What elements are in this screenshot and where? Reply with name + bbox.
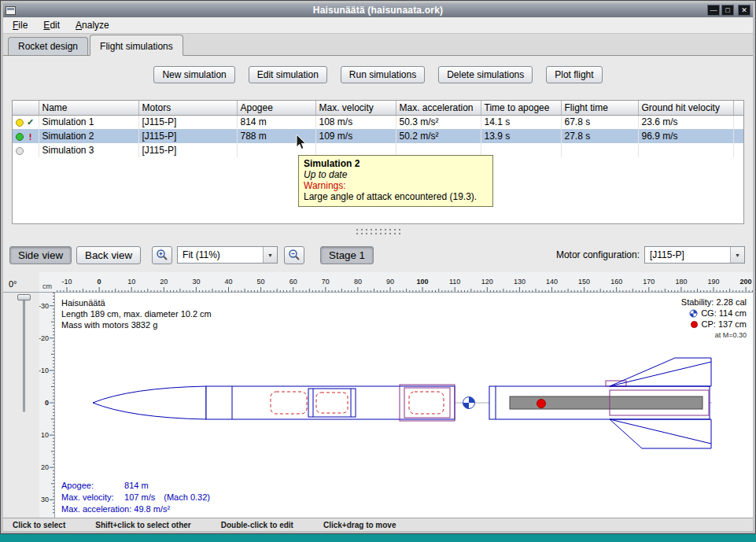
split-divider[interactable] (3, 225, 753, 238)
apogee-label: Apogee: (61, 480, 122, 492)
zoom-select[interactable]: Fit (11%) ▼ (177, 246, 278, 264)
svg-text:30: 30 (41, 496, 49, 503)
rocket-info-block: Haisunäätä Length 189 cm, max. diameter … (61, 297, 212, 330)
svg-text:180: 180 (675, 278, 687, 286)
close-button[interactable]: ✕ (738, 5, 750, 16)
simulation-status-icon (16, 119, 24, 127)
column-header-ground-hit-velocity[interactable]: Ground hit velocity (638, 101, 733, 115)
simulation-status-mark: ! (26, 132, 35, 142)
titlebar[interactable]: Haisunäätä (haisunaata.ork) — □ ✕ (3, 3, 753, 17)
svg-text:10: 10 (127, 278, 135, 286)
maximize-button[interactable]: □ (721, 5, 734, 16)
column-header-max-acceleration[interactable]: Max. acceleration (396, 101, 481, 115)
simulation-table: Name Motors Apogee Max. velocity Max. ac… (12, 100, 744, 224)
svg-text:10: 10 (41, 431, 49, 439)
tooltip-warning-text: Large angle of attack encountered (19.3)… (304, 191, 488, 202)
new-simulation-button[interactable]: New simulation (153, 66, 234, 83)
zoom-out-button[interactable] (284, 246, 304, 264)
menubar: File Edit Analyze (3, 17, 753, 34)
rotation-slider-track[interactable] (23, 297, 25, 412)
simulation-tooltip: Simulation 2 Up to date Warnings: Large … (298, 155, 493, 207)
edit-simulation-button[interactable]: Edit simulation (249, 66, 327, 83)
rocket-view-section: Side view Back view Fit (11%) ▼ Stage 1 … (3, 238, 753, 518)
hint-click-to-select: Click to select (13, 521, 65, 529)
cell-flight-time: 27.8 s (561, 129, 638, 143)
zoom-select-value: Fit (11%) (178, 249, 263, 260)
view-toolbar: Side view Back view Fit (11%) ▼ Stage 1 … (3, 238, 753, 272)
back-view-button[interactable]: Back view (76, 246, 141, 264)
column-header-flight-time[interactable]: Flight time (561, 101, 638, 115)
rocket-name: Haisunäätä (61, 297, 212, 308)
zoom-in-icon (156, 249, 168, 261)
cell-time-to-apogee: 13.9 s (481, 129, 561, 143)
svg-text:0: 0 (45, 399, 49, 407)
cell-motors: [J115-P] (138, 115, 237, 129)
menu-file[interactable]: File (13, 20, 28, 31)
plot-flight-button[interactable]: Plot flight (546, 66, 602, 83)
motor-configuration-value: [J115-P] (645, 249, 730, 260)
delete-simulations-button[interactable]: Delete simulations (438, 66, 533, 83)
max-acceleration-value: 49.8 m/s² (134, 504, 170, 514)
desktop-background-strip (0, 534, 756, 542)
menu-edit[interactable]: Edit (43, 20, 60, 31)
cell-ground-hit-velocity (638, 143, 733, 157)
motor-configuration-select[interactable]: [J115-P] ▼ (644, 246, 745, 264)
svg-text:130: 130 (514, 278, 526, 286)
chevron-down-icon: ▼ (263, 247, 277, 263)
cell-max-acceleration: 50.2 m/s² (396, 129, 481, 143)
svg-text:40: 40 (224, 278, 232, 286)
minimize-button[interactable]: — (707, 5, 720, 16)
stage-1-toggle[interactable]: Stage 1 (320, 246, 374, 264)
rotation-slider-column (3, 293, 39, 518)
svg-text:0: 0 (98, 278, 101, 286)
column-header-motors[interactable]: Motors (138, 101, 237, 115)
hint-shift-click: Shift+click to select other (95, 521, 190, 529)
cp-marker (537, 400, 546, 408)
tab-rocket-design[interactable]: Rocket design (8, 37, 88, 55)
simulation-toolbar: New simulation Edit simulation Run simul… (3, 56, 753, 83)
run-simulations-button[interactable]: Run simulations (341, 66, 425, 83)
flight-simulations-panel: New simulation Edit simulation Run simul… (3, 56, 753, 225)
cg-legend-icon (689, 309, 698, 318)
svg-text:70: 70 (322, 278, 330, 286)
maximize-icon: □ (725, 7, 729, 14)
rotation-slider-knob[interactable] (17, 294, 31, 300)
cell-max-velocity: 108 m/s (315, 115, 396, 129)
tabstrip: Rocket design Flight simulations (3, 34, 753, 56)
column-header-name[interactable]: Name (39, 101, 138, 115)
tooltip-status: Up to date (304, 169, 488, 180)
close-icon: ✕ (741, 7, 747, 14)
horizontal-ruler-band: 0° cm -100102030405060708090100110120130… (3, 272, 753, 293)
flight-data-block: Apogee: 814 m Max. velocity: 107 m/s (Ma… (61, 480, 210, 515)
simulation-status-icon (16, 147, 24, 155)
motor-configuration-label: Motor configuration: (556, 249, 640, 260)
view-body: -30-20-100102030 (3, 293, 753, 518)
simulation-status-mark: ✓ (26, 117, 35, 127)
column-header-max-velocity[interactable]: Max. velocity (315, 101, 396, 115)
window-menu-icon[interactable] (6, 6, 16, 15)
chevron-down-icon: ▼ (730, 247, 744, 263)
hint-click-drag: Click+drag to move (323, 521, 396, 529)
table-row[interactable]: ✓ Simulation 1 [J115-P] 814 m 108 m/s 50… (13, 115, 744, 129)
column-header-filler (733, 101, 744, 115)
svg-text:-10: -10 (61, 278, 72, 286)
max-acceleration-label: Max. acceleration: (61, 503, 131, 515)
tab-flight-simulations[interactable]: Flight simulations (90, 35, 183, 56)
column-header-apogee[interactable]: Apogee (237, 101, 315, 115)
cell-time-to-apogee: 14.1 s (481, 115, 561, 129)
column-header-status[interactable] (13, 101, 39, 115)
side-view-button[interactable]: Side view (9, 246, 72, 264)
svg-text:50: 50 (257, 278, 265, 286)
app-window: Haisunäätä (haisunaata.ork) — □ ✕ File E… (0, 0, 756, 534)
menu-analyze[interactable]: Analyze (76, 20, 109, 31)
table-row-selected[interactable]: ! Simulation 2 [J115-P] 788 m 109 m/s 50… (13, 129, 744, 143)
svg-text:-30: -30 (39, 302, 49, 310)
horizontal-ruler: -100102030405060708090100110120130140150… (55, 272, 753, 292)
cell-ground-hit-velocity: 96.9 m/s (638, 129, 733, 143)
svg-text:20: 20 (41, 463, 49, 471)
rocket-dimensions: Length 189 cm, max. diameter 10.2 cm (61, 308, 212, 319)
zoom-in-button[interactable] (152, 246, 172, 264)
rocket-canvas[interactable]: Haisunäätä Length 189 cm, max. diameter … (55, 293, 753, 518)
svg-text:100: 100 (417, 278, 429, 286)
column-header-time-to-apogee[interactable]: Time to apogee (481, 101, 561, 115)
